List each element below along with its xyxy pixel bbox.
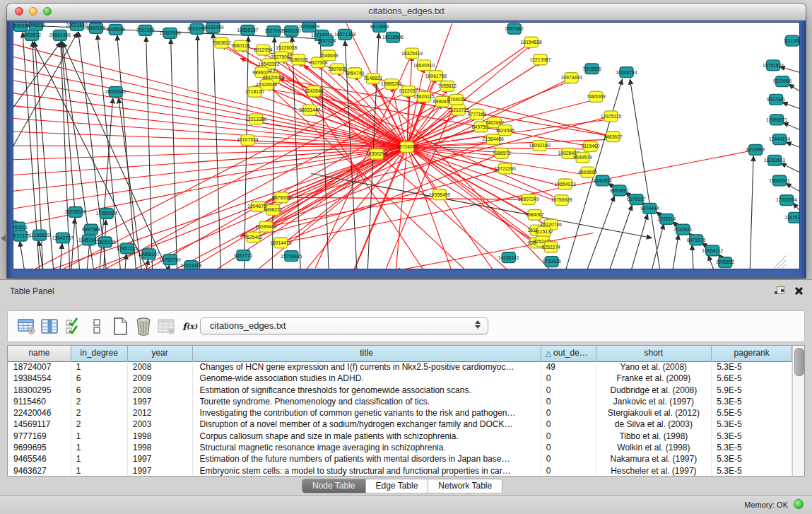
table-vertical-scrollbar[interactable] (792, 346, 804, 476)
graph-node-8471676[interactable]: 8471676 (687, 235, 706, 245)
selected-edge[interactable] (396, 233, 593, 269)
graph-node-16671358[interactable]: 16671358 (334, 29, 355, 40)
graph-node-16782759[interactable]: 16782759 (160, 255, 181, 265)
cell-title[interactable]: Structural magnetic resonance image aver… (193, 442, 541, 453)
cell-year[interactable]: 1997 (128, 453, 193, 465)
graph-node-12444134[interactable]: 12444134 (769, 134, 790, 145)
graph-node-9115460[interactable]: 9115460 (582, 141, 600, 152)
table-row[interactable]: 2242004622012Investigating the contribut… (8, 407, 792, 419)
cell-pagerank[interactable]: 5.3E-5 (712, 361, 792, 373)
graph-node-7515526[interactable]: 7515526 (582, 64, 601, 74)
tab-edge-table[interactable]: Edge Table (366, 479, 429, 493)
selected-edge[interactable] (281, 59, 407, 147)
graph-node-9457771[interactable]: 9457771 (234, 250, 253, 261)
graph-node-28031447[interactable]: 28031447 (299, 105, 320, 115)
graph-node-23021640[interactable]: 23021640 (66, 23, 88, 30)
graph-node-9329966[interactable]: 9329966 (773, 76, 792, 87)
graph-node-7963822[interactable]: 7963822 (212, 37, 231, 48)
table-row[interactable]: 1938455462009Genome-wide association stu… (8, 373, 792, 384)
graph-node-9227341[interactable]: 9227341 (767, 94, 786, 105)
table-row[interactable]: 977716911998Corpus callosum shape and si… (8, 431, 792, 442)
graph-node-11675331[interactable]: 11675331 (784, 212, 799, 223)
cell-out_de[interactable]: 0 (541, 431, 596, 442)
graph-node-12923448[interactable]: 12923448 (180, 261, 201, 269)
network-canvas[interactable]: 1806587904651824055722069140623021640956… (13, 22, 800, 269)
cell-out_de[interactable]: 0 (541, 373, 596, 384)
table-row[interactable]: 1872400712008Changes of HCN gene express… (8, 361, 792, 373)
cell-in_degree[interactable]: 1 (71, 453, 128, 465)
edge[interactable] (171, 39, 177, 269)
edge[interactable] (786, 183, 799, 191)
cell-short[interactable]: Yano et al. (2008) (596, 361, 712, 373)
graph-node-9115132[interactable]: 9115132 (535, 226, 553, 237)
cell-title[interactable]: Genome-wide association studies in ADHD. (193, 373, 541, 384)
graph-node-9242848[interactable]: 9242848 (305, 86, 324, 96)
cell-out_de[interactable]: 49 (541, 361, 596, 373)
edge[interactable] (167, 265, 170, 269)
tab-network-table[interactable]: Network Table (428, 479, 502, 493)
edge[interactable] (630, 214, 647, 269)
graph-node-1640954[interactable]: 1640954 (593, 175, 612, 186)
cell-name[interactable]: 9463627 (8, 465, 71, 476)
graph-node-3624595[interactable]: 3624595 (496, 125, 515, 136)
graph-node-16210725[interactable]: 16210725 (448, 105, 469, 115)
graph-node-18325419[interactable]: 18325419 (401, 48, 423, 59)
cell-name[interactable]: 18300295 (8, 385, 71, 396)
new-table-icon[interactable] (108, 317, 131, 336)
network-view-window[interactable]: citations_edges.txt 18065879046518240557… (7, 4, 806, 278)
edge[interactable] (750, 156, 753, 269)
column-header-pagerank[interactable]: pagerank (712, 346, 792, 361)
cell-pagerank[interactable]: 5.9E-5 (712, 385, 792, 396)
graph-node-8186328[interactable]: 8186328 (289, 54, 308, 65)
cell-title[interactable]: Tourette syndrome. Phenomenology and cla… (193, 396, 541, 407)
memory-status-icon[interactable] (794, 499, 804, 509)
graph-node-2718120[interactable]: 2718120 (245, 86, 264, 97)
cell-pagerank[interactable]: 5.6E-5 (712, 373, 792, 384)
graph-node-9498222[interactable]: 9498222 (264, 205, 283, 216)
cell-pagerank[interactable]: 5.3E-5 (712, 396, 792, 407)
graph-node-26053346[interactable]: 26053346 (105, 86, 126, 97)
cell-year[interactable]: 2008 (128, 361, 193, 373)
cell-out_de[interactable]: 0 (541, 419, 596, 430)
graph-node-6794028[interactable]: 6794028 (447, 94, 466, 105)
graph-node-9252274[interactable]: 9252274 (541, 242, 560, 252)
tab-node-table[interactable]: Node Table (302, 479, 366, 493)
cell-name[interactable]: 19384554 (8, 373, 71, 384)
edge[interactable] (20, 241, 25, 269)
graph-node-8928508[interactable]: 8928508 (107, 24, 126, 35)
graph-node-9684067[interactable]: 9684067 (525, 209, 544, 220)
cell-in_degree[interactable]: 1 (71, 431, 128, 442)
cell-pagerank[interactable]: 5.3E-5 (712, 419, 792, 430)
table-options-icon[interactable] (15, 318, 38, 335)
cell-title[interactable]: Investigating the contribution of common… (193, 407, 541, 419)
column-header-year[interactable]: year (128, 346, 193, 361)
graph-node-1111309[interactable]: 1111309 (784, 35, 799, 46)
graph-node-16648784[interactable]: 16648784 (616, 67, 637, 78)
edge[interactable] (786, 142, 799, 147)
graph-node-20206576[interactable]: 20206576 (65, 207, 86, 218)
cell-name[interactable]: 22420046 (8, 407, 71, 419)
window-titlebar[interactable]: citations_edges.txt (7, 4, 806, 21)
cell-out_de[interactable]: 0 (541, 385, 596, 396)
graph-node-7625402[interactable]: 7625402 (244, 232, 263, 243)
selected-edge[interactable] (43, 147, 407, 269)
edge[interactable] (783, 122, 799, 129)
graph-node-15751874[interactable]: 15751874 (763, 60, 784, 71)
graph-node-6179197[interactable]: 6179197 (627, 194, 646, 205)
graph-node-1546639[interactable]: 1546639 (319, 50, 339, 61)
graph-node-16961758[interactable]: 16961758 (425, 71, 447, 81)
column-header-name[interactable]: name (8, 346, 71, 361)
select-all-rows-icon[interactable] (61, 317, 85, 336)
graph-node-19358455[interactable]: 19358455 (429, 189, 450, 200)
graph-node-9777169[interactable]: 9777169 (468, 109, 487, 119)
cell-title[interactable]: Changes of HCN gene expression and I(f) … (193, 361, 541, 373)
cell-year[interactable]: 1997 (128, 465, 193, 476)
float-panel-icon[interactable] (775, 286, 784, 296)
scrollbar-thumb[interactable] (794, 348, 804, 376)
cell-pagerank[interactable]: 5.3E-5 (712, 465, 792, 476)
cell-short[interactable]: Franke et al. (2009) (596, 373, 712, 384)
clear-selection-icon[interactable] (85, 317, 108, 336)
cell-pagerank[interactable]: 5.3E-5 (712, 431, 792, 442)
cell-name[interactable]: 9115460 (8, 396, 71, 407)
graph-node-16640910[interactable]: 16640910 (413, 60, 435, 71)
